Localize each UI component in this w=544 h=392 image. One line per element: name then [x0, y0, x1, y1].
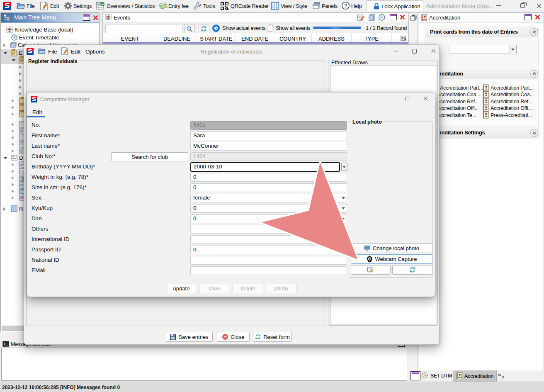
svg-text:?: ? — [344, 3, 347, 9]
